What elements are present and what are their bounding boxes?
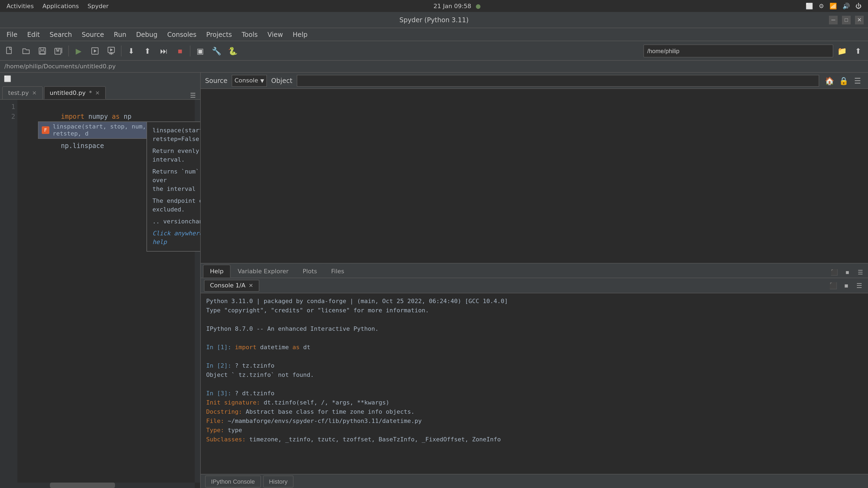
menu-edit[interactable]: Edit xyxy=(23,30,44,39)
menu-search[interactable]: Search xyxy=(45,30,76,39)
editor-tab-menu-icon[interactable]: ☰ xyxy=(190,92,196,99)
open-file-button[interactable] xyxy=(19,43,34,58)
bottom-panel-stop-button[interactable]: ■ xyxy=(842,267,853,278)
editor-horizontal-scrollbar[interactable] xyxy=(18,483,195,488)
tooltip-popup[interactable]: linspace(start, stop, num=50, endpoint=T… xyxy=(147,122,200,252)
console-dropdown[interactable]: Console ▼ xyxy=(231,74,267,87)
svg-marker-7 xyxy=(94,49,97,52)
menu-help[interactable]: Help xyxy=(288,30,312,39)
close-button[interactable]: ✕ xyxy=(855,15,864,24)
init-sig-label: Init signature: xyxy=(206,399,260,406)
tab-files[interactable]: Files xyxy=(324,265,351,278)
subclasses-value: timezone, _tzinfo, tzutc, tzoffset, Base… xyxy=(249,436,501,443)
menu-file[interactable]: File xyxy=(2,30,22,39)
window-title: Spyder (Python 3.11) xyxy=(399,16,468,24)
console-tab-1-close[interactable]: ✕ xyxy=(249,283,253,289)
console-in3-prompt: In [3]: xyxy=(206,390,231,397)
console-menu-button[interactable]: ☰ xyxy=(854,280,865,291)
console-in3-code: ? dt.tzinfo xyxy=(235,390,275,397)
tab-variable-explorer[interactable]: Variable Explorer xyxy=(230,265,296,278)
debug-continue-button[interactable]: ⏭ xyxy=(156,43,172,58)
toolbar-separator-2 xyxy=(121,45,122,56)
tooltip-signature-line1: linspace(start, stop, num=50, endpoint=T… xyxy=(152,126,200,135)
menu-view[interactable]: View xyxy=(263,30,287,39)
path-input[interactable] xyxy=(643,44,833,57)
new-file-button[interactable] xyxy=(2,43,18,58)
tab-test-py-close[interactable]: ✕ xyxy=(32,90,37,96)
run-cell-button[interactable] xyxy=(87,43,102,58)
console-tab-1[interactable]: Console 1/A ✕ xyxy=(204,280,259,291)
console-tab-1-label: Console 1/A xyxy=(210,282,246,289)
tooltip-link[interactable]: Click anywhere in this tooltip for addit… xyxy=(152,229,200,247)
console-tab-actions: ⬛ ■ ☰ xyxy=(828,280,865,291)
file-label: File: xyxy=(206,418,224,425)
wifi-icon[interactable]: 📶 xyxy=(830,2,837,9)
menu-debug[interactable]: Debug xyxy=(132,30,162,39)
menu-consoles[interactable]: Consoles xyxy=(163,30,201,39)
window-icon[interactable]: ⬜ xyxy=(806,2,813,9)
bottom-panel-menu-button[interactable]: ☰ xyxy=(855,267,866,278)
help-bar: Source Console ▼ Object 🏠 🔒 ☰ xyxy=(201,73,868,89)
menu-projects[interactable]: Projects xyxy=(202,30,236,39)
type-label: Type: xyxy=(206,427,224,434)
svg-marker-9 xyxy=(110,48,113,51)
tab-test-py[interactable]: test.py ✕ xyxy=(2,86,42,99)
power-icon[interactable]: ⏻ xyxy=(856,2,862,9)
stop-button[interactable]: ■ xyxy=(173,43,188,58)
help-home-button[interactable]: 🏠 xyxy=(824,74,835,87)
help-menu-button[interactable]: ☰ xyxy=(852,74,864,87)
system-bar-left: Activities Applications Spyder xyxy=(6,2,108,9)
console-file-line: File: ~/mambaforge/envs/spyder-cf/lib/py… xyxy=(206,416,863,426)
console-in2-prompt: In [2]: xyxy=(206,362,231,369)
debug-step-into-button[interactable]: ⬇ xyxy=(124,43,139,58)
minimize-button[interactable]: ─ xyxy=(829,15,838,24)
volume-icon[interactable]: 🔊 xyxy=(842,2,850,9)
applications-label[interactable]: Applications xyxy=(42,2,79,9)
tooltip-desc5: The endpoint of the interval can optiona… xyxy=(152,197,200,205)
tab-plots-label: Plots xyxy=(303,268,317,275)
browse-button[interactable]: 📁 xyxy=(834,43,849,58)
file-value: ~/mambaforge/envs/spyder-cf/lib/python3.… xyxy=(228,418,422,425)
toolbar: ▶ ⬇ ⬆ ⏭ ■ ▣ 🔧 🐍 📁 ⬆ xyxy=(0,41,868,61)
console-copy-button[interactable]: ⬛ xyxy=(828,280,839,291)
subclasses-label: Subclasses: xyxy=(206,436,246,443)
menu-tools[interactable]: Tools xyxy=(237,30,262,39)
current-file-path: /home/philip/Documents/untitled0.py xyxy=(4,63,116,70)
menu-bar: File Edit Search Source Run Debug Consol… xyxy=(0,28,868,41)
editor-files-button[interactable]: ⬜ xyxy=(2,73,13,84)
ipython-console-tab[interactable]: IPython Console xyxy=(205,475,261,487)
help-lock-button[interactable]: 🔒 xyxy=(838,74,849,87)
bottom-panel-copy-button[interactable]: ⬛ xyxy=(829,267,840,278)
debug-step-out-button[interactable]: ⬆ xyxy=(140,43,155,58)
line-num-1: 1 xyxy=(2,102,15,112)
console-in2-code: ? tz.tzinfo xyxy=(235,362,275,369)
maximize-button[interactable]: □ xyxy=(842,15,850,24)
history-tab[interactable]: History xyxy=(263,475,293,487)
save-button[interactable] xyxy=(35,43,50,58)
object-input[interactable] xyxy=(297,74,819,87)
menu-source[interactable]: Source xyxy=(77,30,108,39)
autocomplete-item-icon: F xyxy=(42,126,50,134)
system-bar-right: ⬜ ⚙ 📶 🔊 ⏻ xyxy=(806,2,862,9)
python-path-button[interactable]: 🐍 xyxy=(225,43,240,58)
console-stop-button[interactable]: ■ xyxy=(841,280,852,291)
tab-plots[interactable]: Plots xyxy=(296,265,324,278)
tab-untitled0-py[interactable]: untitled0.py * ✕ xyxy=(44,86,106,99)
menu-run[interactable]: Run xyxy=(110,30,131,39)
console-header-line1: Python 3.11.0 | packaged by conda-forge … xyxy=(206,297,863,306)
tab-modified-indicator: * xyxy=(89,89,92,96)
save-all-button[interactable] xyxy=(51,43,66,58)
help-icons: 🏠 🔒 ☰ xyxy=(824,74,864,87)
activities-label[interactable]: Activities xyxy=(6,2,34,9)
preferences-button[interactable]: 🔧 xyxy=(209,43,224,58)
tab-help[interactable]: Help xyxy=(203,265,230,278)
tab-untitled0-py-close[interactable]: ✕ xyxy=(95,90,100,96)
panels-button[interactable]: ▣ xyxy=(193,43,208,58)
run-cell-advance-button[interactable] xyxy=(104,43,119,58)
console-in2-line: In [2]: ? tz.tzinfo xyxy=(206,361,863,370)
run-button[interactable]: ▶ xyxy=(71,43,86,58)
up-directory-button[interactable]: ⬆ xyxy=(850,43,866,58)
console-body[interactable]: Python 3.11.0 | packaged by conda-forge … xyxy=(201,293,868,474)
console-in1-code: import datetime as dt xyxy=(235,344,310,351)
settings-icon[interactable]: ⚙ xyxy=(818,2,824,9)
